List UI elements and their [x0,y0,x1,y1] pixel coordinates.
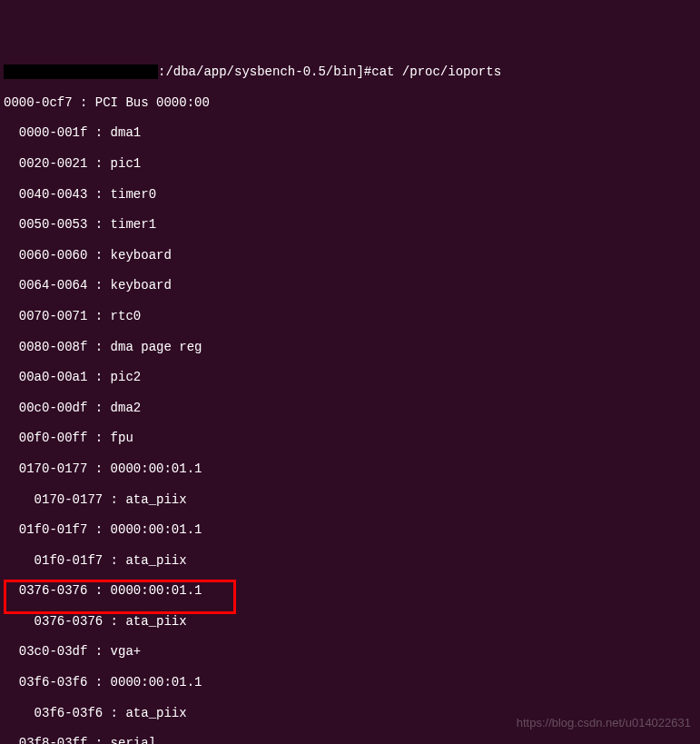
output-line: 0020-0021 : pic1 [4,156,700,172]
output-line: 00a0-00a1 : pic2 [4,370,700,385]
output-line: 0376-0376 : ata_piix [4,614,700,630]
watermark: https://blog.csdn.net/u014022631 [517,716,691,730]
output-line: 0000-001f : dma1 [4,125,700,141]
command-prompt: :/dba/app/sysbench-0.5/bin]#cat /proc/io… [4,64,700,80]
output-line: 0170-0177 : 0000:00:01.1 [4,461,700,477]
output-line: 0000-0cf7 : PCI Bus 0000:00 [4,95,700,111]
output-line: 0040-0043 : timer0 [4,187,700,203]
output-line: 0064-0064 : keyboard [4,278,700,293]
output-line: 00c0-00df : dma2 [4,401,700,416]
prompt-command: cat /proc/ioports [371,64,501,80]
output-line: 0050-0053 : timer1 [4,217,700,233]
output-line: 01f0-01f7 : ata_piix [4,553,700,569]
output-line: 03c0-03df : vga+ [4,644,700,660]
prompt-path: :/dba/app/sysbench-0.5/bin]# [158,64,371,80]
output-line: 01f0-01f7 : 0000:00:01.1 [4,522,700,538]
output-line: 0060-0060 : keyboard [4,248,700,263]
output-line: 0170-0177 : ata_piix [4,492,700,508]
output-line: 00f0-00ff : fpu [4,431,700,446]
output-line: 0070-0071 : rtc0 [4,309,700,324]
output-line: 0080-008f : dma page reg [4,340,700,355]
output-line: 0376-0376 : 0000:00:01.1 [4,583,700,599]
output-line: 03f6-03f6 : 0000:00:01.1 [4,675,700,690]
redacted-user-host [4,64,158,79]
output-line: 03f8-03ff : serial [4,736,700,744]
